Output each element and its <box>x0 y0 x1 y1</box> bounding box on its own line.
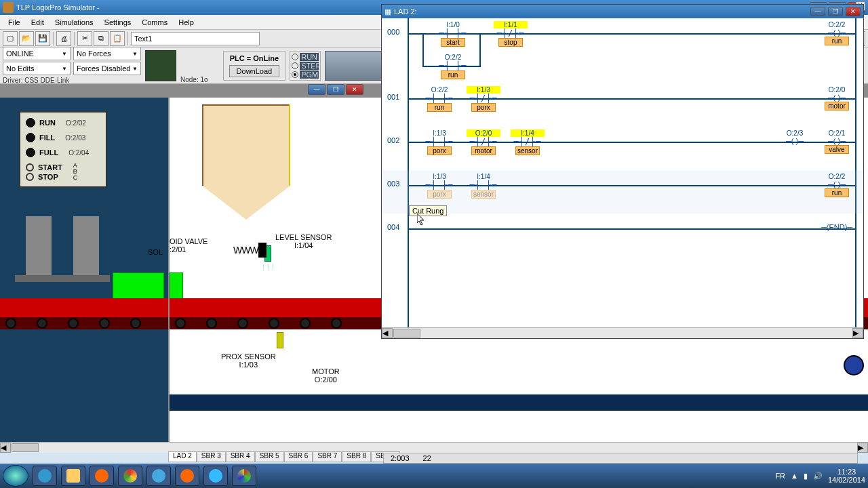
bottom-tabs: LAD 2 SBR 3 SBR 4 SBR 5 SBR 6 SBR 7 SBR … <box>168 451 400 462</box>
indicator-run: RUN O:2/02 <box>26 118 100 127</box>
tb-app2-icon[interactable] <box>232 466 256 486</box>
prosim-scroll[interactable]: ◀▶ <box>0 442 868 453</box>
print-icon[interactable]: 🖨 <box>56 31 71 46</box>
elem-run-branch[interactable]: O:2/2─┤ ├─run <box>436 54 470 79</box>
menu-edit[interactable]: Edit <box>26 17 50 28</box>
prosim2-max[interactable]: ❐ <box>327 84 344 95</box>
forces-combo[interactable]: No Forces▼ <box>73 47 141 60</box>
address-field[interactable] <box>131 32 260 45</box>
status-a: 2:003 <box>391 454 410 462</box>
mode-run-radio[interactable] <box>292 54 298 60</box>
prosim2-close[interactable]: ✕ <box>346 84 363 95</box>
coil-motor[interactable]: O:2/0─( )─motor <box>821 86 852 110</box>
indicator-fill: FILL O:2/03 <box>26 133 100 142</box>
taskbar: FR ▲ ▮ 🔊 11:2314/02/2014 <box>0 464 868 488</box>
app-icon <box>3 2 14 13</box>
download-button[interactable]: DownLoad <box>229 65 280 77</box>
sim-left-pane: RUN O:2/02 FILL O:2/03 FULL O:2/04 START… <box>0 98 168 453</box>
rung-001[interactable]: 001 O:2/2─┤ ├─run I:1/3─┤/├─porx O:2/0─(… <box>382 83 863 127</box>
abc-switch-label: A B C <box>73 163 78 181</box>
proxsensor-label: PROX SENSORI:1/03 <box>221 352 276 369</box>
prosim2-min[interactable]: — <box>308 84 326 95</box>
rung-002[interactable]: 002 I:1/3─┤ ├─porx O:2/0─┤/├─motor I:1/4… <box>382 127 863 170</box>
indicator-full: FULL O:2/04 <box>26 148 100 157</box>
lad-scroll[interactable]: ◀▶ <box>382 327 863 338</box>
cut-icon[interactable]: ✂ <box>77 31 92 46</box>
tab-lad2[interactable]: LAD 2 <box>168 451 197 462</box>
coil-run3[interactable]: O:2/2─( )─run <box>821 173 852 197</box>
online-combo[interactable]: ONLINE▼ <box>3 47 71 60</box>
tray-clock[interactable]: 11:2314/02/2014 <box>828 468 865 484</box>
tray-sound-icon[interactable]: 🔊 <box>813 472 823 481</box>
elem-porx2[interactable]: I:1/3─┤ ├─porx <box>422 129 456 155</box>
tab-sbr7[interactable]: SBR 7 <box>313 451 342 462</box>
start-button[interactable] <box>3 465 28 487</box>
tb-app1-icon[interactable] <box>146 466 171 486</box>
paste-icon[interactable]: 📋 <box>110 31 125 46</box>
elem-porx3[interactable]: I:1/3─┤ ├─porx <box>422 173 456 199</box>
tb-ie-icon[interactable] <box>33 466 57 486</box>
tray-flag-icon[interactable]: ▲ <box>791 472 798 480</box>
tab-sbr6[interactable]: SBR 6 <box>284 451 313 462</box>
tb-media-icon[interactable] <box>90 466 114 486</box>
save-icon[interactable]: 💾 <box>35 31 50 46</box>
lamp-full-icon <box>26 148 35 157</box>
tab-sbr5[interactable]: SBR 5 <box>255 451 284 462</box>
lad-close[interactable]: ✕ <box>846 7 861 16</box>
menu-settings[interactable]: Settings <box>99 17 137 28</box>
menu-comms[interactable]: Comms <box>136 17 173 28</box>
statusbar: 2:003 22 <box>383 453 858 464</box>
tb-skype-icon[interactable] <box>203 466 228 486</box>
tray-lang[interactable]: FR <box>775 472 785 480</box>
mode-pgm-radio[interactable] <box>292 71 298 78</box>
menu-simulations[interactable]: Simulations <box>50 17 99 28</box>
elem-stop[interactable]: I:1/1─┤/├─stop <box>494 21 528 47</box>
tooltip-cutrung: Cut Rung <box>409 205 447 216</box>
rung-003[interactable]: 003 I:1/3─┤ ├─porx I:1/4─┤ ├─sensor O:2/… <box>382 170 863 214</box>
tab-sbr3[interactable]: SBR 3 <box>197 451 226 462</box>
elem-sensor2[interactable]: I:1/4─┤/├─sensor <box>511 129 545 155</box>
rung-004[interactable]: 004 ─(END)─ <box>382 214 863 257</box>
open-icon[interactable]: 📂 <box>19 31 34 46</box>
chip-icon[interactable] <box>145 50 176 81</box>
elem-run1[interactable]: O:2/2─┤ ├─run <box>422 86 456 112</box>
edits-combo[interactable]: No Edits▼ <box>3 62 71 75</box>
motor-icon <box>844 355 864 375</box>
coil-valve[interactable]: O:2/1─( )─valve <box>821 129 852 154</box>
elem-start[interactable]: I:1/0─┤ ├─start <box>436 21 470 47</box>
lad-max[interactable]: ❐ <box>828 7 843 16</box>
lad-min[interactable]: — <box>810 7 825 16</box>
stand-1 <box>26 216 52 277</box>
start-switch[interactable] <box>26 163 34 171</box>
lamp-fill-icon <box>26 133 35 142</box>
stop-switch[interactable] <box>26 173 34 181</box>
tray-network-icon[interactable]: ▮ <box>804 472 808 481</box>
solenoid-label2: OID VALVE:2/01 <box>170 237 208 253</box>
menu-file[interactable]: File <box>3 17 26 28</box>
ladder-editor[interactable]: 000 I:1/0─┤ ├─start I:1/1─┤/├─stop O:2/2… <box>382 18 863 338</box>
rung-000[interactable]: 000 I:1/0─┤ ├─start I:1/1─┤/├─stop O:2/2… <box>382 18 863 83</box>
lad-title: LAD 2: <box>394 7 808 16</box>
conveyor-left <box>0 298 168 329</box>
new-icon[interactable]: ▢ <box>3 31 18 46</box>
forcesdisabled-combo[interactable]: Forces Disabled▼ <box>73 62 141 75</box>
tab-sbr8[interactable]: SBR 8 <box>342 451 371 462</box>
mode-step-radio[interactable] <box>292 62 298 69</box>
menu-help[interactable]: Help <box>173 17 199 28</box>
tb-firefox-icon[interactable] <box>175 466 199 486</box>
tb-explorer-icon[interactable] <box>61 466 85 486</box>
tab-sbr4[interactable]: SBR 4 <box>226 451 255 462</box>
lad-window: ▦ LAD 2: — ❐ ✕ 000 I:1/0─┤ ├─start I:1/1… <box>381 4 864 339</box>
prox-sensor-icon <box>277 332 283 348</box>
tb-chrome-icon[interactable] <box>118 466 142 486</box>
elem-sensor3[interactable]: I:1/4─┤ ├─sensor <box>467 173 500 199</box>
levelsensor-label: LEVEL SENSORI:1/04 <box>275 233 332 249</box>
elem-porx1[interactable]: I:1/3─┤/├─porx <box>467 86 500 112</box>
copy-icon[interactable]: ⧉ <box>94 31 108 46</box>
elem-motor2[interactable]: O:2/0─┤/├─motor <box>467 129 500 155</box>
coil-run[interactable]: O:2/2─( )─run <box>821 21 852 45</box>
coil-023[interactable]: O:2/3─( )─ <box>779 129 810 145</box>
system-tray: FR ▲ ▮ 🔊 11:2314/02/2014 <box>775 468 865 484</box>
lad-icon: ▦ <box>384 7 391 16</box>
mouse-cursor-icon <box>417 214 425 226</box>
